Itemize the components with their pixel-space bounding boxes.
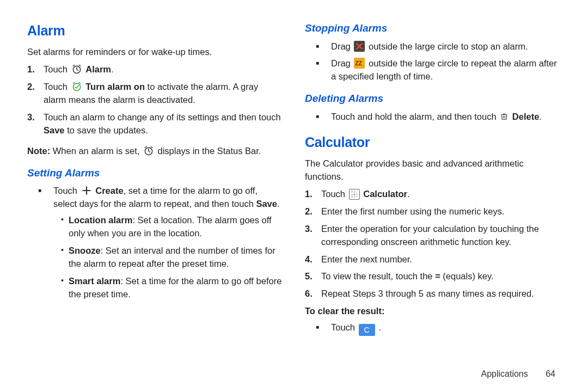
plus-icon [81,185,92,196]
deleting-item: Touch and hold the alarm, and then touch… [331,111,561,124]
step-number: 2. [27,81,40,94]
calc-step-4: 4. Enter the next number. [321,253,561,266]
footer-page-number: 64 [546,369,555,378]
heading-alarm: Alarm [27,21,283,40]
left-column: Alarm Set alarms for reminders or for wa… [27,21,283,340]
clear-result-heading: To clear the result: [305,305,561,318]
calculator-icon: + − × ÷ [349,189,360,200]
alarm-steps: 1. Touch Alarm. 2. Touch Turn alarm on t… [27,63,283,137]
setting-alarms-list: Touch Create, set a time for the alarm t… [27,185,283,301]
text-bold: Save [256,199,277,209]
text-bold: = [435,271,440,281]
text: Touch and hold the alarm, and then touch [331,112,499,121]
text: . [111,64,114,74]
svg-text:−: − [355,190,357,194]
calc-step-3: 3. Enter the operation for your calculat… [321,223,561,249]
heading-setting-alarms: Setting Alarms [27,166,283,181]
setting-alarms-item: Touch Create, set a time for the alarm t… [53,185,283,301]
text: When an alarm is set, [50,146,142,156]
text-bold: Alarm [85,64,111,74]
calc-step-6: 6. Repeat Steps 3 through 5 as many time… [321,287,561,301]
text: Touch [44,64,70,74]
text: Touch [44,82,70,91]
step-number: 3. [305,223,318,236]
heading-calculator: Calculator [305,132,561,152]
stopping-item-x: Drag outside the large circle to stop an… [331,40,561,53]
text: displays in the Status Bar. [158,146,261,156]
text: Drag [331,58,353,68]
stopping-alarms-list: Drag outside the large circle to stop an… [305,40,561,84]
text: Touch [53,186,80,195]
text: (equals) key. [440,271,494,281]
step-number: 6. [305,287,318,301]
stopping-item-zz: Drag ZZ outside the large circle to repe… [331,57,561,83]
text-bold: Delete [512,112,540,121]
alarm-on-icon [71,81,82,92]
trash-icon [500,111,509,122]
page-columns: Alarm Set alarms for reminders or for wa… [27,21,561,340]
text: Touch [331,322,358,332]
text-bold: Create [95,186,123,195]
page-footer: Applications 64 [481,367,555,380]
step-number: 1. [27,63,40,76]
right-column: Stopping Alarms Drag outside the large c… [305,21,561,340]
option-location-alarm: Location alarm: Set a location. The alar… [69,214,283,240]
text-bold: Turn alarm on [85,82,145,91]
text: Touch an alarm to change any of its sett… [44,112,281,122]
option-smart-alarm: Smart alarm: Set a time for the alarm to… [69,275,283,301]
note-label: Note: [27,146,50,156]
text: Enter the first number using the numeric… [321,206,505,216]
clear-result-list: Touch C . [305,321,561,336]
text: to save the updates. [65,125,148,135]
clear-c-icon: C [359,324,375,336]
text: . [277,199,280,209]
text: Repeat Steps 3 through 5 as many times a… [321,289,534,298]
text: . [378,322,381,332]
text: . [407,189,410,199]
svg-text:+: + [351,190,353,194]
text-bold: Calculator [363,189,407,199]
calculator-intro: The Calculator provides basic and advanc… [305,157,561,183]
calc-step-1: 1. Touch + − × ÷ Calculator. [321,188,561,201]
svg-text:×: × [351,194,353,198]
alarm-step-2: 2. Touch Turn alarm on to activate the a… [44,81,283,107]
heading-stopping-alarms: Stopping Alarms [305,21,561,36]
text: Touch [321,189,348,199]
svg-text:ZZ: ZZ [356,61,362,67]
text: To view the result, touch the [321,271,435,281]
alarm-clock-icon [71,64,82,75]
footer-chapter: Applications [481,369,528,378]
step-number: 3. [27,111,40,124]
clear-c-label: C [364,324,370,335]
alarm-step-1: 1. Touch Alarm. [44,63,283,76]
alarm-note: Note: When an alarm is set, displays in … [27,145,283,158]
step-number: 4. [305,253,318,266]
text: outside the large circle to stop an alar… [369,41,528,51]
text-bold: Smart alarm [69,276,120,286]
text-bold: Save [44,125,65,135]
step-number: 5. [305,270,318,283]
heading-deleting-alarms: Deleting Alarms [305,91,561,106]
text: Drag [331,41,353,51]
calc-step-2: 2. Enter the first number using the nume… [321,205,561,218]
alarm-step-3: 3. Touch an alarm to change any of its s… [44,111,283,137]
calculator-steps: 1. Touch + − × ÷ Calculator. 2. Enter t [305,188,561,301]
option-snooze: Snooze: Set an interval and the number o… [69,244,283,271]
step-number: 2. [305,205,318,218]
alarm-intro: Set alarms for reminders or for wake-up … [27,46,283,59]
text: . [539,112,542,121]
text: Enter the operation for your calculation… [321,224,539,247]
text: Enter the next number. [321,254,412,264]
snooze-zz-icon: ZZ [354,58,365,69]
text-bold: Location alarm [69,215,132,225]
svg-text:÷: ÷ [355,194,357,198]
step-number: 1. [305,188,318,201]
setting-options-list: Location alarm: Set a location. The alar… [53,214,283,301]
stop-x-icon [354,41,365,52]
calc-step-5: 5. To view the result, touch the = (equa… [321,270,561,283]
alarm-statusbar-icon [143,145,154,156]
text-bold: Snooze [69,246,101,255]
clear-result-item: Touch C . [331,321,561,336]
deleting-alarms-list: Touch and hold the alarm, and then touch… [305,111,561,124]
